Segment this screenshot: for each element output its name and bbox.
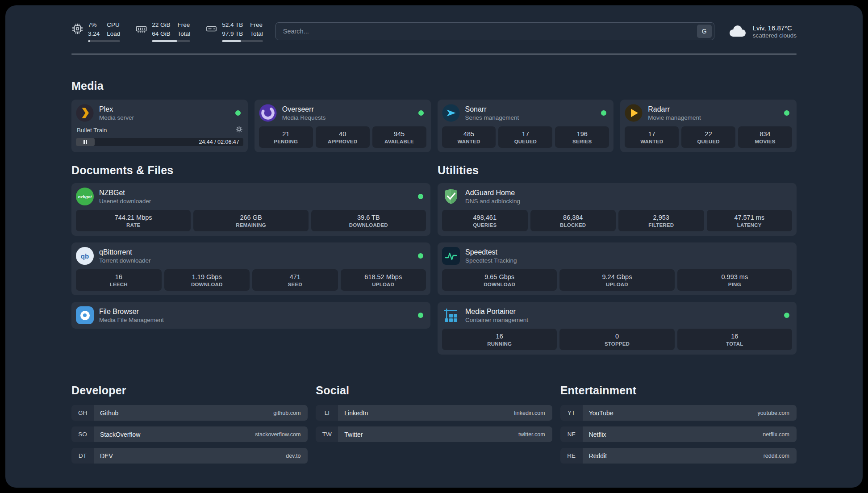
bookmark-abbr: DT [71, 448, 94, 464]
memory-label-top: Free [178, 21, 191, 29]
service-subtitle: Usenet downloader [99, 198, 151, 205]
bookmark-domain: reddit.com [764, 453, 789, 459]
service-subtitle: Media Requests [282, 114, 326, 121]
service-subtitle: Series management [465, 114, 519, 121]
bookmark-abbr: GH [71, 405, 94, 421]
service-subtitle: DNS and adblocking [465, 198, 520, 205]
stat-tile: 16LEECH [76, 269, 162, 291]
pause-icon[interactable] [76, 138, 95, 146]
bookmark-name: YouTube [589, 409, 613, 417]
section-utilities: Utilities AdGuard Home [438, 164, 797, 355]
cpu-widget: 7% 3.24 CPU Load [71, 21, 120, 42]
search-provider-button[interactable]: G [697, 25, 712, 38]
bookmark-name: Netflix [589, 431, 606, 438]
stat-tile: 744.21 MbpsRATE [76, 210, 191, 231]
search-input[interactable] [282, 27, 697, 35]
adguard-shield-icon [442, 188, 460, 205]
service-subtitle: Media server [99, 114, 134, 121]
service-card-filebrowser[interactable]: File Browser Media File Management [71, 302, 430, 329]
weather-location: Lviv, 16.87°C [753, 24, 797, 32]
weather-widget[interactable]: Lviv, 16.87°C scattered clouds [727, 23, 797, 39]
bookmark-github[interactable]: GH Github github.com [71, 405, 308, 421]
service-card-speedtest[interactable]: Speedtest Speedtest Tracking 9.65 GbpsDO… [438, 242, 797, 295]
service-title: qBittorrent [99, 248, 151, 256]
section-title-developer: Developer [71, 384, 308, 397]
cpu-label-top: CPU [107, 21, 120, 29]
disk-label-bottom: Total [250, 29, 263, 38]
gear-icon[interactable] [236, 126, 242, 134]
service-title: NZBGet [99, 189, 151, 197]
service-card-qbittorrent[interactable]: qb qBittorrent Torrent downloader 16LEEC… [71, 242, 430, 295]
bookmark-linkedin[interactable]: LI LinkedIn linkedin.com [316, 405, 552, 421]
playback-progress-bar[interactable]: 24:44 / 02:06:47 [76, 138, 243, 146]
section-title-social: Social [316, 384, 552, 397]
service-title: Speedtest [465, 248, 517, 256]
stat-tile: 945AVAILABLE [372, 126, 426, 148]
bookmark-domain: netflix.com [763, 431, 789, 438]
memory-free: 22 GiB [152, 21, 170, 29]
stat-tile: 618.52 MbpsUPLOAD [341, 269, 426, 291]
service-card-radarr[interactable]: Radarr Movie management 17WANTED 22QUEUE… [620, 100, 797, 152]
cpu-percent: 7% [88, 21, 100, 29]
stat-tile: 266 GBREMAINING [193, 210, 308, 231]
bookmark-abbr: YT [560, 405, 583, 421]
resource-widgets: 7% 3.24 CPU Load [71, 21, 263, 42]
stat-tile: 39.6 TBDOWNLOADED [311, 210, 426, 231]
cpu-chip-icon [71, 23, 83, 37]
bookmark-domain: youtube.com [757, 410, 789, 416]
bookmark-group-social: Social LI LinkedIn linkedin.com TW Twitt… [316, 384, 552, 442]
service-card-sonarr[interactable]: Sonarr Series management 485WANTED 17QUE… [438, 100, 614, 152]
bookmark-abbr: LI [316, 405, 338, 421]
service-card-adguard[interactable]: AdGuard Home DNS and adblocking 498,461Q… [438, 183, 797, 236]
sonarr-icon [442, 104, 460, 122]
service-title: Sonarr [465, 105, 519, 113]
stat-tile: 40APPROVED [316, 126, 370, 148]
overseerr-icon [259, 104, 277, 122]
bookmark-abbr: RE [560, 448, 583, 464]
bookmark-youtube[interactable]: YT YouTube youtube.com [560, 405, 797, 421]
section-title-utilities: Utilities [438, 164, 797, 177]
service-card-nzbget[interactable]: nzbget NZBGet Usenet downloader 744.21 M… [71, 183, 430, 236]
bookmark-twitter[interactable]: TW Twitter twitter.com [316, 426, 552, 442]
status-dot [418, 313, 423, 318]
bookmark-stackoverflow[interactable]: SO StackOverflow stackoverflow.com [71, 426, 308, 442]
service-card-plex[interactable]: Plex Media server Bullet Train [71, 100, 248, 152]
playback-time: 24:44 / 02:06:47 [199, 139, 239, 145]
service-title: Overseerr [282, 105, 326, 113]
memory-total: 64 GiB [152, 29, 170, 38]
bookmark-domain: linkedin.com [514, 410, 545, 416]
bookmark-name: LinkedIn [344, 409, 368, 417]
service-subtitle: Container management [465, 317, 528, 323]
weather-condition: scattered clouds [753, 32, 797, 39]
status-dot [784, 110, 789, 116]
header-divider [71, 54, 797, 54]
speedtest-pulse-icon [442, 247, 460, 265]
stat-tile: 196SERIES [555, 126, 609, 148]
service-subtitle: Media File Management [99, 317, 164, 323]
stat-tile: 16TOTAL [677, 329, 792, 350]
service-subtitle: Speedtest Tracking [465, 257, 517, 264]
status-dot [418, 253, 423, 259]
status-dot [418, 194, 423, 199]
memory-label-bottom: Total [178, 29, 191, 38]
disk-free: 52.4 TB [222, 21, 243, 29]
memory-usage-bar [152, 40, 190, 42]
bookmark-reddit[interactable]: RE Reddit reddit.com [560, 448, 797, 464]
disk-widget: 52.4 TB 97.9 TB Free Total [205, 21, 263, 42]
dashboard: 7% 3.24 CPU Load [5, 5, 863, 488]
cpu-label-bottom: Load [107, 29, 120, 38]
bookmark-netflix[interactable]: NF Netflix netflix.com [560, 426, 797, 442]
ram-icon [135, 23, 147, 37]
service-card-overseerr[interactable]: Overseerr Media Requests 21PENDING 40APP… [255, 100, 431, 152]
service-card-portainer[interactable]: Media Portainer Container management 16R… [438, 302, 797, 355]
stat-tile: 834MOVIES [738, 126, 792, 148]
bookmark-abbr: SO [71, 426, 94, 442]
bookmark-domain: stackoverflow.com [255, 431, 300, 438]
service-title: Media Portainer [465, 308, 528, 316]
top-bar: 7% 3.24 CPU Load [71, 5, 797, 42]
plex-icon [76, 104, 94, 122]
disk-usage-bar [222, 40, 263, 42]
bookmark-dev[interactable]: DT DEV dev.to [71, 448, 308, 464]
stat-tile: 0STOPPED [559, 329, 674, 350]
stat-tile: 22QUEUED [681, 126, 735, 148]
